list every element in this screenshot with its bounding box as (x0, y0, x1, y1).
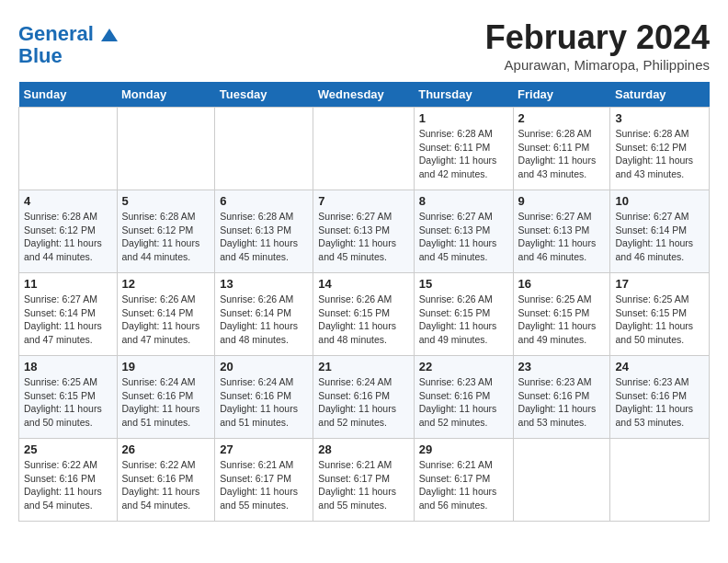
day-number: 25 (24, 442, 112, 456)
calendar-cell: 3Sunrise: 6:28 AMSunset: 6:12 PMDaylight… (610, 108, 710, 190)
day-number: 13 (220, 277, 308, 291)
calendar-cell: 4Sunrise: 6:28 AMSunset: 6:12 PMDaylight… (19, 190, 118, 273)
day-info: Sunrise: 6:24 AMSunset: 6:16 PMDaylight:… (122, 375, 210, 430)
title-block: February 2024 Apurawan, Mimaropa, Philip… (485, 18, 710, 73)
day-info: Sunrise: 6:28 AMSunset: 6:12 PMDaylight:… (24, 210, 112, 264)
calendar-cell: 15Sunrise: 6:26 AMSunset: 6:15 PMDayligh… (414, 273, 513, 356)
calendar-week-5: 25Sunrise: 6:22 AMSunset: 6:16 PMDayligh… (19, 439, 710, 522)
day-info: Sunrise: 6:27 AMSunset: 6:14 PMDaylight:… (615, 210, 704, 264)
day-number: 16 (518, 277, 606, 291)
day-info: Sunrise: 6:26 AMSunset: 6:14 PMDaylight:… (220, 293, 308, 347)
calendar-cell (117, 108, 215, 190)
calendar-cell (513, 439, 610, 522)
day-info: Sunrise: 6:26 AMSunset: 6:14 PMDaylight:… (122, 293, 210, 347)
calendar-cell: 5Sunrise: 6:28 AMSunset: 6:12 PMDaylight… (117, 190, 215, 273)
day-number: 20 (220, 360, 308, 373)
calendar-cell: 6Sunrise: 6:28 AMSunset: 6:13 PMDaylight… (215, 190, 313, 273)
calendar-cell: 10Sunrise: 6:27 AMSunset: 6:14 PMDayligh… (610, 190, 710, 273)
calendar-cell (19, 108, 118, 190)
day-number: 7 (318, 194, 408, 208)
calendar-cell: 28Sunrise: 6:21 AMSunset: 6:17 PMDayligh… (313, 439, 414, 522)
day-info: Sunrise: 6:23 AMSunset: 6:16 PMDaylight:… (419, 375, 508, 430)
day-info: Sunrise: 6:28 AMSunset: 6:12 PMDaylight:… (122, 210, 210, 264)
day-info: Sunrise: 6:23 AMSunset: 6:16 PMDaylight:… (518, 375, 606, 430)
day-info: Sunrise: 6:26 AMSunset: 6:15 PMDaylight:… (318, 293, 408, 347)
day-number: 9 (518, 194, 606, 208)
logo-text: General (18, 23, 118, 45)
logo-icon (101, 29, 118, 41)
calendar-cell: 19Sunrise: 6:24 AMSunset: 6:16 PMDayligh… (117, 356, 215, 439)
header-row: SundayMondayTuesdayWednesdayThursdayFrid… (19, 82, 710, 108)
calendar-cell: 2Sunrise: 6:28 AMSunset: 6:11 PMDaylight… (513, 108, 610, 190)
month-year-title: February 2024 (485, 18, 710, 57)
day-number: 29 (419, 442, 508, 456)
day-info: Sunrise: 6:27 AMSunset: 6:13 PMDaylight:… (318, 210, 408, 264)
calendar-cell: 23Sunrise: 6:23 AMSunset: 6:16 PMDayligh… (513, 356, 610, 439)
day-number: 26 (122, 442, 210, 456)
calendar-table: SundayMondayTuesdayWednesdayThursdayFrid… (18, 82, 710, 522)
day-info: Sunrise: 6:28 AMSunset: 6:12 PMDaylight:… (615, 127, 704, 181)
calendar-cell: 25Sunrise: 6:22 AMSunset: 6:16 PMDayligh… (19, 439, 118, 522)
calendar-cell: 17Sunrise: 6:25 AMSunset: 6:15 PMDayligh… (610, 273, 710, 356)
calendar-cell: 1Sunrise: 6:28 AMSunset: 6:11 PMDaylight… (414, 108, 513, 190)
calendar-cell: 22Sunrise: 6:23 AMSunset: 6:16 PMDayligh… (414, 356, 513, 439)
day-number: 11 (24, 277, 112, 291)
calendar-cell: 20Sunrise: 6:24 AMSunset: 6:16 PMDayligh… (215, 356, 313, 439)
day-info: Sunrise: 6:28 AMSunset: 6:11 PMDaylight:… (419, 127, 508, 181)
day-info: Sunrise: 6:24 AMSunset: 6:16 PMDaylight:… (220, 375, 308, 430)
day-number: 12 (122, 277, 210, 291)
day-info: Sunrise: 6:28 AMSunset: 6:13 PMDaylight:… (220, 210, 308, 264)
day-number: 17 (615, 277, 704, 291)
calendar-cell: 18Sunrise: 6:25 AMSunset: 6:15 PMDayligh… (19, 356, 118, 439)
day-number: 1 (419, 111, 508, 125)
day-info: Sunrise: 6:27 AMSunset: 6:13 PMDaylight:… (518, 210, 606, 264)
day-info: Sunrise: 6:21 AMSunset: 6:17 PMDaylight:… (419, 458, 508, 512)
day-number: 19 (122, 360, 210, 373)
day-number: 24 (615, 360, 704, 373)
day-number: 22 (419, 360, 508, 373)
calendar-cell: 24Sunrise: 6:23 AMSunset: 6:16 PMDayligh… (610, 356, 710, 439)
day-header-thursday: Thursday (414, 82, 513, 108)
calendar-cell: 21Sunrise: 6:24 AMSunset: 6:16 PMDayligh… (313, 356, 414, 439)
day-number: 21 (318, 360, 408, 373)
calendar-cell (215, 108, 313, 190)
calendar-cell: 7Sunrise: 6:27 AMSunset: 6:13 PMDaylight… (313, 190, 414, 273)
day-info: Sunrise: 6:25 AMSunset: 6:15 PMDaylight:… (518, 293, 606, 347)
day-number: 6 (220, 194, 308, 208)
day-header-tuesday: Tuesday (215, 82, 313, 108)
day-number: 8 (419, 194, 508, 208)
day-number: 3 (615, 111, 704, 125)
calendar-cell: 13Sunrise: 6:26 AMSunset: 6:14 PMDayligh… (215, 273, 313, 356)
day-info: Sunrise: 6:27 AMSunset: 6:13 PMDaylight:… (419, 210, 508, 264)
day-info: Sunrise: 6:23 AMSunset: 6:16 PMDaylight:… (615, 375, 704, 430)
day-info: Sunrise: 6:24 AMSunset: 6:16 PMDaylight:… (318, 375, 408, 430)
calendar-cell: 27Sunrise: 6:21 AMSunset: 6:17 PMDayligh… (215, 439, 313, 522)
calendar-cell: 11Sunrise: 6:27 AMSunset: 6:14 PMDayligh… (19, 273, 118, 356)
calendar-cell (313, 108, 414, 190)
day-number: 2 (518, 111, 606, 125)
calendar-week-2: 4Sunrise: 6:28 AMSunset: 6:12 PMDaylight… (19, 190, 710, 273)
day-number: 23 (518, 360, 606, 373)
day-number: 27 (220, 442, 308, 456)
day-info: Sunrise: 6:22 AMSunset: 6:16 PMDaylight:… (24, 458, 112, 512)
day-info: Sunrise: 6:28 AMSunset: 6:11 PMDaylight:… (518, 127, 606, 181)
day-info: Sunrise: 6:21 AMSunset: 6:17 PMDaylight:… (318, 458, 408, 512)
calendar-cell (610, 439, 710, 522)
day-info: Sunrise: 6:22 AMSunset: 6:16 PMDaylight:… (122, 458, 210, 512)
day-header-wednesday: Wednesday (313, 82, 414, 108)
svg-marker-0 (101, 29, 118, 41)
day-header-sunday: Sunday (19, 82, 118, 108)
day-number: 15 (419, 277, 508, 291)
day-info: Sunrise: 6:25 AMSunset: 6:15 PMDaylight:… (615, 293, 704, 347)
calendar-cell: 14Sunrise: 6:26 AMSunset: 6:15 PMDayligh… (313, 273, 414, 356)
day-number: 5 (122, 194, 210, 208)
calendar-week-4: 18Sunrise: 6:25 AMSunset: 6:15 PMDayligh… (19, 356, 710, 439)
calendar-cell: 16Sunrise: 6:25 AMSunset: 6:15 PMDayligh… (513, 273, 610, 356)
day-header-friday: Friday (513, 82, 610, 108)
day-info: Sunrise: 6:26 AMSunset: 6:15 PMDaylight:… (419, 293, 508, 347)
calendar-cell: 8Sunrise: 6:27 AMSunset: 6:13 PMDaylight… (414, 190, 513, 273)
day-number: 4 (24, 194, 112, 208)
day-header-monday: Monday (117, 82, 215, 108)
day-number: 18 (24, 360, 112, 373)
calendar-week-3: 11Sunrise: 6:27 AMSunset: 6:14 PMDayligh… (19, 273, 710, 356)
